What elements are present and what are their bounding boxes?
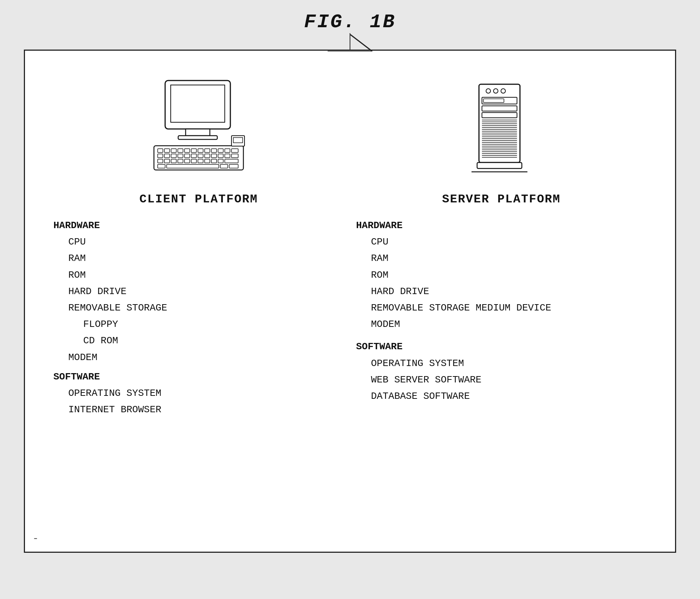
svg-rect-53 <box>482 113 517 118</box>
corner-mark: - <box>32 533 39 544</box>
svg-rect-24 <box>205 154 210 158</box>
svg-rect-33 <box>185 159 190 163</box>
client-list: HARDWARE CPU RAM ROM HARD DRIVE REMOVABL… <box>53 217 344 418</box>
svg-rect-32 <box>178 159 183 163</box>
server-os: OPERATING SYSTEM <box>371 355 647 372</box>
svg-rect-52 <box>482 106 517 111</box>
svg-rect-26 <box>218 154 223 158</box>
server-column: SERVER PLATFORM HARDWARE CPU RAM ROM HAR… <box>356 73 647 404</box>
svg-rect-8 <box>178 149 183 152</box>
server-rom: ROM <box>371 267 647 283</box>
svg-rect-38 <box>218 159 223 163</box>
svg-rect-42 <box>220 164 228 168</box>
client-ram: RAM <box>68 250 344 267</box>
server-hard-drive: HARD DRIVE <box>371 283 647 300</box>
columns-container: CLIENT PLATFORM HARDWARE CPU RAM ROM HAR… <box>47 73 653 418</box>
client-illustration <box>53 73 344 185</box>
client-rom: ROM <box>68 267 344 283</box>
client-removable-storage: REMOVABLE STORAGE <box>68 300 344 316</box>
server-db-software: DATABASE SOFTWARE <box>371 388 647 404</box>
svg-rect-46 <box>479 84 520 163</box>
svg-rect-13 <box>211 149 217 152</box>
svg-rect-36 <box>205 159 210 163</box>
svg-rect-31 <box>171 159 176 163</box>
svg-rect-39 <box>225 159 238 163</box>
client-software-heading: SOFTWARE <box>53 369 344 385</box>
svg-rect-75 <box>477 163 522 168</box>
server-removable-storage: REMOVABLE STORAGE MEDIUM DEVICE <box>371 300 647 316</box>
client-hard-drive: HARD DRIVE <box>68 283 344 300</box>
svg-rect-41 <box>167 164 219 168</box>
svg-rect-29 <box>158 159 163 163</box>
svg-rect-27 <box>225 154 230 158</box>
svg-rect-28 <box>231 154 238 158</box>
svg-rect-18 <box>164 154 170 158</box>
server-hardware-heading: HARDWARE <box>356 217 647 234</box>
svg-point-49 <box>501 89 505 93</box>
figure-title: FIG. 1B <box>304 11 396 33</box>
client-browser: INTERNET BROWSER <box>68 401 344 418</box>
svg-rect-34 <box>191 159 196 163</box>
client-modem: MODEM <box>68 349 344 366</box>
server-illustration <box>356 73 647 185</box>
svg-rect-16 <box>231 149 238 152</box>
svg-rect-19 <box>171 154 176 158</box>
svg-rect-14 <box>218 149 223 152</box>
client-column: CLIENT PLATFORM HARDWARE CPU RAM ROM HAR… <box>53 73 344 418</box>
svg-rect-2 <box>186 129 210 136</box>
svg-rect-23 <box>198 154 203 158</box>
server-ram: RAM <box>371 250 647 267</box>
svg-rect-5 <box>158 149 163 152</box>
svg-rect-25 <box>211 154 217 158</box>
client-hardware-heading: HARDWARE <box>53 217 344 234</box>
svg-rect-6 <box>164 149 170 152</box>
server-cpu: CPU <box>371 234 647 250</box>
svg-rect-11 <box>198 149 203 152</box>
server-platform-label: SERVER PLATFORM <box>356 192 647 206</box>
svg-rect-40 <box>158 164 165 168</box>
svg-rect-43 <box>229 164 238 168</box>
svg-rect-20 <box>178 154 183 158</box>
client-cd-rom: CD ROM <box>83 332 344 349</box>
svg-rect-37 <box>211 159 217 163</box>
svg-rect-7 <box>171 149 176 152</box>
server-web-software: WEB SERVER SOFTWARE <box>371 372 647 388</box>
svg-rect-45 <box>233 138 243 143</box>
svg-rect-3 <box>178 136 217 139</box>
svg-rect-21 <box>185 154 190 158</box>
svg-rect-15 <box>225 149 230 152</box>
server-software-heading: SOFTWARE <box>356 338 647 355</box>
svg-rect-51 <box>483 99 504 103</box>
svg-rect-9 <box>185 149 190 152</box>
svg-rect-12 <box>205 149 210 152</box>
svg-rect-30 <box>164 159 170 163</box>
client-floppy: FLOPPY <box>83 316 344 332</box>
svg-point-48 <box>494 89 498 93</box>
svg-rect-17 <box>158 154 163 158</box>
svg-point-47 <box>486 89 491 93</box>
svg-rect-22 <box>191 154 196 158</box>
diagram-box: CLIENT PLATFORM HARDWARE CPU RAM ROM HAR… <box>24 50 676 553</box>
client-os: OPERATING SYSTEM <box>68 385 344 401</box>
client-platform-label: CLIENT PLATFORM <box>53 192 344 206</box>
svg-rect-1 <box>171 85 225 122</box>
client-cpu: CPU <box>68 234 344 250</box>
svg-rect-10 <box>191 149 196 152</box>
svg-rect-35 <box>198 159 203 163</box>
server-modem: MODEM <box>371 316 647 332</box>
server-list: HARDWARE CPU RAM ROM HARD DRIVE REMOVABL… <box>356 217 647 404</box>
